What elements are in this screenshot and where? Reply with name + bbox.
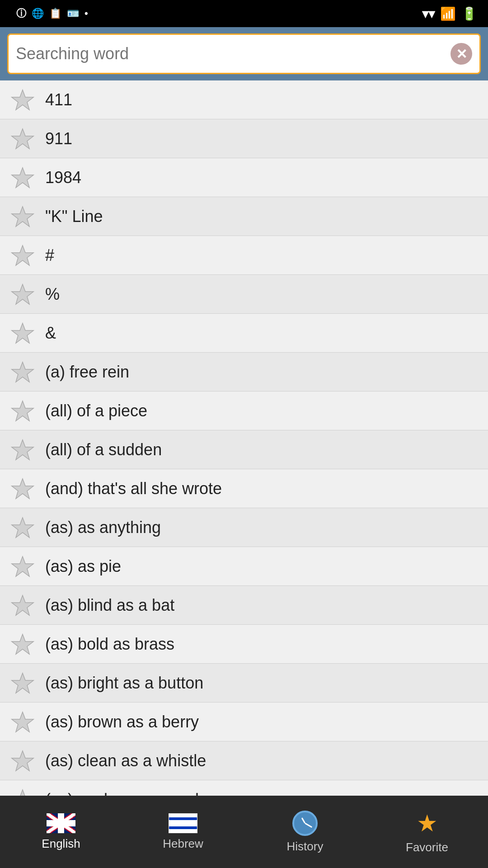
nav-item-history[interactable]: History	[244, 796, 366, 868]
clear-button[interactable]: ✕	[450, 43, 472, 65]
word-text: 911	[45, 129, 72, 148]
svg-marker-14	[12, 634, 33, 654]
nav-label-favorite: Favorite	[406, 840, 448, 854]
favorite-star-icon[interactable]	[11, 632, 34, 656]
list-item[interactable]: (as) as anything	[0, 508, 488, 547]
status-icon-clipboard: 📋	[49, 8, 61, 19]
wifi-icon: ▾▾	[422, 6, 435, 21]
word-text: (as) bright as a button	[45, 674, 203, 693]
clock-icon	[292, 811, 318, 836]
list-item[interactable]: &	[0, 314, 488, 353]
nav-item-hebrew[interactable]: Hebrew	[122, 796, 244, 868]
svg-marker-4	[12, 245, 33, 265]
favorite-star-icon[interactable]	[11, 438, 34, 462]
list-item[interactable]: (as) blind as a bat	[0, 586, 488, 625]
svg-marker-6	[12, 323, 33, 343]
svg-marker-12	[12, 557, 33, 576]
word-text: (and) that's all she wrote	[45, 479, 222, 498]
bottom-nav: English Hebrew History ★ Favorite	[0, 796, 488, 868]
word-list: 411 911 1984 "K" Line # % & (a) free rei…	[0, 80, 488, 868]
star-icon: ★	[417, 810, 438, 837]
svg-marker-10	[12, 479, 33, 499]
nav-label-history: History	[287, 840, 324, 854]
svg-marker-2	[12, 168, 33, 188]
word-text: "K" Line	[45, 207, 103, 226]
favorite-star-icon[interactable]	[11, 127, 34, 151]
svg-marker-3	[12, 207, 33, 226]
nav-label-hebrew: Hebrew	[163, 837, 203, 851]
favorite-star-icon[interactable]	[11, 283, 34, 306]
status-icon-dot: •	[84, 8, 88, 19]
svg-marker-0	[12, 90, 33, 110]
favorite-star-icon[interactable]	[11, 321, 34, 345]
nav-label-english: English	[42, 837, 80, 851]
word-text: (as) brown as a berry	[45, 712, 199, 731]
word-text: (as) as anything	[45, 518, 161, 537]
favorite-star-icon[interactable]	[11, 244, 34, 267]
word-text: #	[45, 246, 54, 265]
word-text: (as) clean as a whistle	[45, 751, 206, 770]
list-item[interactable]: (as) bold as brass	[0, 625, 488, 664]
list-item[interactable]: #	[0, 236, 488, 275]
signal-icon: 📶	[440, 6, 456, 21]
favorite-star-icon[interactable]	[11, 516, 34, 539]
status-bar: ⓘ 🌐 📋 🪪 • ▾▾ 📶 🔋	[0, 0, 488, 27]
svg-marker-8	[12, 401, 33, 421]
list-item[interactable]: (as) brown as a berry	[0, 703, 488, 741]
svg-marker-11	[12, 518, 33, 538]
list-item[interactable]: 1984	[0, 158, 488, 197]
svg-marker-1	[12, 129, 33, 149]
status-icon-info: ⓘ	[16, 7, 26, 20]
word-text: &	[45, 324, 56, 343]
search-bar: ✕	[0, 27, 488, 80]
status-icon-globe: 🌐	[32, 8, 44, 19]
favorite-star-icon[interactable]	[11, 710, 34, 734]
nav-item-english[interactable]: English	[0, 796, 122, 868]
search-input-wrapper[interactable]: ✕	[7, 33, 481, 74]
svg-marker-7	[12, 362, 33, 382]
word-text: 411	[45, 90, 72, 109]
word-text: (as) as pie	[45, 557, 121, 576]
list-item[interactable]: (as) clean as a whistle	[0, 741, 488, 780]
favorite-star-icon[interactable]	[11, 360, 34, 384]
list-item[interactable]: (all) of a sudden	[0, 430, 488, 469]
word-text: 1984	[45, 168, 81, 187]
favorite-star-icon[interactable]	[11, 399, 34, 423]
favorite-star-icon[interactable]	[11, 166, 34, 189]
favorite-star-icon[interactable]	[11, 88, 34, 112]
favorite-star-icon[interactable]	[11, 594, 34, 617]
list-item[interactable]: "K" Line	[0, 197, 488, 236]
list-item[interactable]: %	[0, 275, 488, 314]
battery-icon: 🔋	[461, 6, 477, 21]
word-text: (as) bold as brass	[45, 635, 174, 654]
favorite-star-icon[interactable]	[11, 477, 34, 500]
list-item[interactable]: 911	[0, 119, 488, 158]
word-text: (a) free rein	[45, 363, 129, 382]
svg-marker-5	[12, 284, 33, 304]
svg-marker-16	[12, 712, 33, 732]
list-item[interactable]: (and) that's all she wrote	[0, 469, 488, 508]
list-item[interactable]: (all) of a piece	[0, 392, 488, 430]
word-text: (all) of a sudden	[45, 440, 162, 459]
svg-marker-13	[12, 595, 33, 615]
uk-flag-icon	[47, 813, 75, 833]
list-item[interactable]: (as) bright as a button	[0, 664, 488, 703]
search-input[interactable]	[16, 44, 450, 63]
nav-item-favorite[interactable]: ★ Favorite	[366, 796, 488, 868]
status-icon-card: 🪪	[67, 8, 79, 19]
il-flag-icon	[169, 813, 197, 833]
word-text: (all) of a piece	[45, 401, 147, 420]
list-item[interactable]: (a) free rein	[0, 353, 488, 392]
list-item[interactable]: (as) as pie	[0, 547, 488, 586]
svg-marker-15	[12, 673, 33, 693]
svg-marker-17	[12, 751, 33, 771]
word-text: (as) blind as a bat	[45, 596, 174, 615]
word-text: %	[45, 285, 60, 304]
svg-marker-9	[12, 440, 33, 460]
favorite-star-icon[interactable]	[11, 555, 34, 578]
list-item[interactable]: 411	[0, 80, 488, 119]
favorite-star-icon[interactable]	[11, 205, 34, 228]
favorite-star-icon[interactable]	[11, 749, 34, 773]
favorite-star-icon[interactable]	[11, 671, 34, 695]
